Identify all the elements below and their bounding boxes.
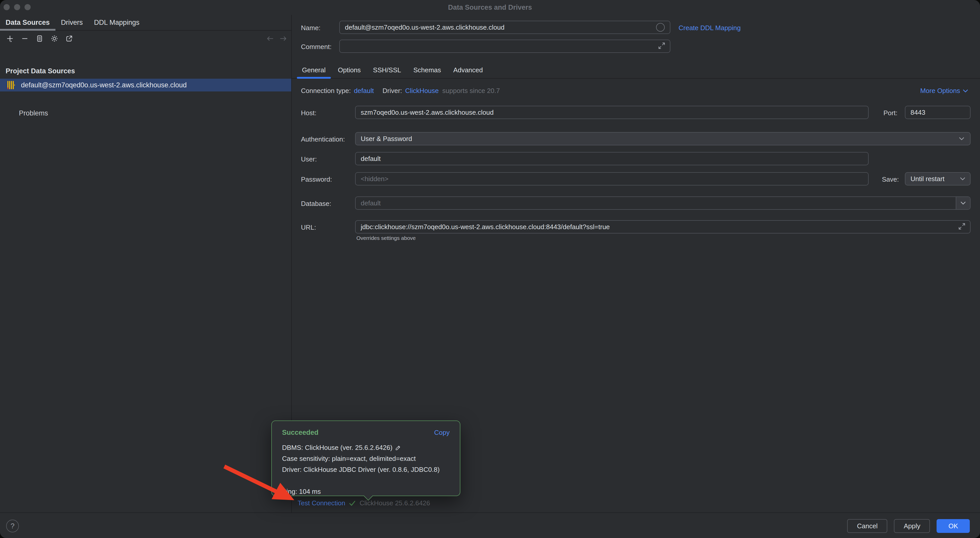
test-connection-row: Test Connection ClickHouse 25.6.2.6426: [298, 499, 430, 507]
connection-status: Succeeded: [282, 429, 318, 436]
test-connection-link[interactable]: Test Connection: [298, 499, 345, 507]
ok-button[interactable]: OK: [937, 519, 970, 533]
remove-button[interactable]: [19, 33, 30, 44]
password-input[interactable]: <hidden>: [355, 172, 869, 185]
plus-icon: [5, 34, 14, 43]
driver-label: Driver:: [382, 87, 402, 95]
title-bar: Data Sources and Drivers: [0, 0, 980, 15]
driver-value-link[interactable]: ClickHouse: [405, 87, 439, 95]
chevron-down-icon: [960, 201, 966, 205]
port-input[interactable]: 8443: [905, 106, 970, 119]
driver-support-note: supports since 20.7: [442, 87, 500, 95]
authentication-label: Authentication:: [301, 135, 345, 143]
dbms-info: DBMS: ClickHouse (ver. 25.6.2.6426): [282, 442, 392, 453]
forward-arrow-icon[interactable]: [279, 35, 288, 42]
more-options-link[interactable]: More Options: [920, 87, 968, 95]
save-label: Save:: [882, 175, 899, 183]
chevron-down-icon: [960, 177, 966, 181]
host-input[interactable]: szm7oqed0o.us-west-2.aws.clickhouse.clou…: [355, 106, 869, 119]
comment-label: Comment:: [301, 43, 332, 51]
connection-type-value-link[interactable]: default: [354, 87, 374, 95]
data-source-name: default@szm7oqed0o.us-west-2.aws.clickho…: [21, 81, 187, 89]
host-label: Host:: [301, 109, 317, 117]
tab-advanced[interactable]: Advanced: [447, 62, 489, 78]
chevron-down-icon: [963, 89, 968, 93]
name-label: Name:: [301, 24, 321, 32]
tab-options[interactable]: Options: [332, 62, 367, 78]
gear-icon: [50, 34, 59, 43]
case-sensitivity-info: Case sensitivity: plain=exact, delimited…: [282, 453, 450, 464]
dbms-version-text: ClickHouse 25.6.2.6426: [360, 499, 430, 507]
url-label: URL:: [301, 223, 316, 231]
connection-type-label: Connection type:: [301, 87, 351, 95]
sidebar-toolbar: [0, 31, 291, 46]
history-nav: [266, 31, 288, 46]
database-label: Database:: [301, 200, 331, 208]
pencil-icon[interactable]: [395, 444, 402, 451]
apply-button[interactable]: Apply: [894, 519, 930, 533]
password-label: Password:: [301, 175, 332, 183]
duplicate-icon: [35, 34, 44, 43]
tab-schemas[interactable]: Schemas: [407, 62, 447, 78]
copy-link[interactable]: Copy: [434, 429, 450, 436]
tab-ssh-ssl[interactable]: SSH/SSL: [367, 62, 407, 78]
add-button[interactable]: [5, 33, 15, 44]
url-input[interactable]: jdbc:clickhouse://szm7oqed0o.us-west-2.a…: [355, 220, 970, 234]
duplicate-button[interactable]: [34, 33, 45, 44]
tab-general[interactable]: General: [296, 62, 332, 78]
sidebar-tab-bar: Data Sources Drivers DDL Mappings: [0, 15, 291, 31]
url-note: Overrides settings above: [356, 235, 416, 241]
create-ddl-mapping-link[interactable]: Create DDL Mapping: [679, 24, 741, 32]
problems-section[interactable]: Problems: [19, 109, 48, 117]
help-button[interactable]: ?: [6, 520, 19, 532]
checkmark-icon: [349, 500, 356, 506]
project-data-sources-heading: Project Data Sources: [6, 67, 75, 75]
cancel-button[interactable]: Cancel: [847, 519, 887, 533]
expand-icon[interactable]: [658, 41, 666, 50]
authentication-select[interactable]: User & Password: [355, 132, 970, 145]
user-label: User:: [301, 155, 317, 163]
back-arrow-icon[interactable]: [266, 35, 274, 42]
chevron-down-icon: [959, 137, 964, 140]
port-label: Port:: [883, 109, 897, 117]
database-dropdown-button[interactable]: [956, 197, 970, 209]
user-input[interactable]: default: [355, 152, 869, 165]
data-source-list-item[interactable]: default@szm7oqed0o.us-west-2.aws.clickho…: [0, 79, 291, 91]
data-sources-dialog: Data Sources and Drivers Data Sources Dr…: [0, 0, 980, 538]
dialog-footer: ? Cancel Apply OK: [0, 513, 980, 538]
settings-button[interactable]: [49, 33, 60, 44]
clickhouse-icon: [7, 81, 15, 89]
minus-icon: [20, 34, 29, 43]
name-input[interactable]: default@szm7oqed0o.us-west-2.aws.clickho…: [339, 21, 670, 34]
tab-drivers[interactable]: Drivers: [56, 15, 89, 30]
open-in-new-icon: [65, 34, 74, 43]
save-select[interactable]: Until restart: [905, 172, 970, 185]
database-combobox[interactable]: default: [355, 196, 970, 210]
comment-input[interactable]: [339, 40, 670, 53]
window-title: Data Sources and Drivers: [0, 3, 980, 11]
tab-ddl-mappings[interactable]: DDL Mappings: [88, 15, 145, 30]
connection-type-row: Connection type: default Driver: ClickHo…: [301, 87, 500, 95]
sidebar: Data Sources Drivers DDL Mappings: [0, 15, 292, 513]
settings-tab-bar: General Options SSH/SSL Schemas Advanced: [291, 62, 980, 79]
connection-result-popup: Succeeded Copy DBMS: ClickHouse (ver. 25…: [271, 420, 460, 496]
driver-info: Driver: ClickHouse JDBC Driver (ver. 0.8…: [282, 464, 450, 475]
status-circle-icon: [656, 23, 665, 32]
tab-data-sources[interactable]: Data Sources: [0, 15, 56, 30]
export-button[interactable]: [64, 33, 75, 44]
expand-icon[interactable]: [958, 222, 966, 231]
